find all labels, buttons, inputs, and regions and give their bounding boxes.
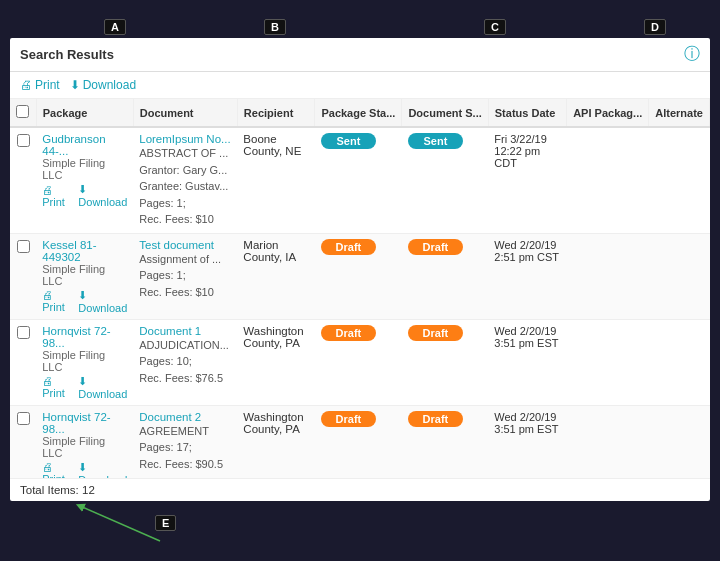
package-cell: Hornqvist 72-98... Simple Filing LLC 🖨 P… [36, 405, 133, 478]
status-date-value: Wed 2/20/193:51 pm EST [494, 411, 558, 435]
document-detail: AGREEMENTPages: 17;Rec. Fees: $90.5 [139, 423, 231, 473]
table-row: Hornqvist 72-98... Simple Filing LLC 🖨 P… [10, 405, 710, 478]
document-link[interactable]: LoremIpsum No... [139, 133, 230, 145]
package-link[interactable]: Kessel 81-449302 [42, 239, 127, 263]
download-icon: ⬇ [70, 78, 80, 92]
package-sub: Simple Filing LLC [42, 435, 105, 459]
pkg-status-badge: Draft [321, 239, 376, 255]
api-package-cell [567, 233, 649, 319]
row-checkbox-cell [10, 233, 36, 319]
doc-status-cell: Sent [402, 127, 488, 233]
package-link[interactable]: Gudbranson 44-... [42, 133, 127, 157]
annotation-e: E [155, 515, 176, 531]
col-status-date-header: Status Date [488, 99, 566, 127]
document-cell: LoremIpsum No... ABSTRACT OF ...Grantor:… [133, 127, 237, 233]
toolbar: 🖨 Print ⬇ Download [10, 72, 710, 99]
table-row: Gudbranson 44-... Simple Filing LLC 🖨 Pr… [10, 127, 710, 233]
alternate-cell [649, 233, 710, 319]
download-row-button[interactable]: ⬇ Download [78, 289, 127, 314]
doc-status-cell: Draft [402, 233, 488, 319]
download-row-button[interactable]: ⬇ Download [78, 461, 127, 479]
alternate-cell [649, 127, 710, 233]
col-recipient-header: Recipient [237, 99, 315, 127]
doc-status-cell: Draft [402, 319, 488, 405]
print-row-button[interactable]: 🖨 Print [42, 183, 70, 208]
api-package-cell [567, 319, 649, 405]
pkg-status-cell: Draft [315, 319, 402, 405]
col-package-header: Package [36, 99, 133, 127]
api-package-cell [567, 127, 649, 233]
download-button[interactable]: ⬇ Download [70, 78, 136, 92]
results-table-container: Package Document Recipient Package Sta..… [10, 99, 710, 478]
print-label: Print [35, 78, 60, 92]
package-sub: Simple Filing LLC [42, 349, 105, 373]
recipient-cell: Boone County, NE [237, 127, 315, 233]
package-sub: Simple Filing LLC [42, 157, 105, 181]
annotation-c: C [484, 19, 506, 35]
pkg-status-badge: Draft [321, 411, 376, 427]
print-button[interactable]: 🖨 Print [20, 78, 60, 92]
package-sub: Simple Filing LLC [42, 263, 105, 287]
panel-footer: Total Items: 12 [10, 478, 710, 501]
col-doc-status-header: Document S... [402, 99, 488, 127]
total-items: Total Items: 12 [20, 484, 95, 496]
row-checkbox[interactable] [17, 240, 30, 253]
package-cell: Kessel 81-449302 Simple Filing LLC 🖨 Pri… [36, 233, 133, 319]
package-link[interactable]: Hornqvist 72-98... [42, 325, 127, 349]
package-link[interactable]: Hornqvist 72-98... [42, 411, 127, 435]
doc-status-badge: Draft [408, 411, 463, 427]
row-checkbox[interactable] [17, 326, 30, 339]
table-row: Kessel 81-449302 Simple Filing LLC 🖨 Pri… [10, 233, 710, 319]
print-row-button[interactable]: 🖨 Print [42, 461, 70, 479]
recipient-value: Boone County, NE [243, 133, 301, 157]
print-row-button[interactable]: 🖨 Print [42, 375, 70, 400]
print-row-button[interactable]: 🖨 Print [42, 289, 70, 314]
col-document-header: Document [133, 99, 237, 127]
row-checkbox[interactable] [17, 134, 30, 147]
svg-line-0 [80, 506, 160, 541]
doc-status-badge: Sent [408, 133, 463, 149]
recipient-cell: Washington County, PA [237, 405, 315, 478]
doc-status-badge: Draft [408, 239, 463, 255]
row-checkbox-cell [10, 405, 36, 478]
status-date-value: Wed 2/20/193:51 pm EST [494, 325, 558, 349]
panel-header: Search Results ⓘ [10, 38, 710, 72]
alternate-cell [649, 319, 710, 405]
doc-status-cell: Draft [402, 405, 488, 478]
status-date-value: Wed 2/20/192:51 pm CST [494, 239, 559, 263]
panel-close-icon[interactable]: ⓘ [684, 44, 700, 65]
annotation-d: D [644, 19, 666, 35]
status-date-cell: Fri 3/22/1912:22 pm CDT [488, 127, 566, 233]
panel-title: Search Results [20, 47, 114, 62]
col-checkbox [10, 99, 36, 127]
download-row-button[interactable]: ⬇ Download [78, 183, 127, 208]
pkg-status-badge: Sent [321, 133, 376, 149]
document-cell: Document 2 AGREEMENTPages: 17;Rec. Fees:… [133, 405, 237, 478]
select-all-checkbox[interactable] [16, 105, 29, 118]
col-alternate-header: Alternate [649, 99, 710, 127]
row-checkbox-cell [10, 319, 36, 405]
document-detail: ABSTRACT OF ...Grantor: Gary G...Grantee… [139, 145, 231, 228]
alternate-cell [649, 405, 710, 478]
recipient-cell: Washington County, PA [237, 319, 315, 405]
document-link[interactable]: Document 2 [139, 411, 201, 423]
recipient-value: Washington County, PA [243, 411, 303, 435]
document-link[interactable]: Document 1 [139, 325, 201, 337]
print-icon: 🖨 [20, 78, 32, 92]
pkg-status-cell: Draft [315, 233, 402, 319]
doc-status-badge: Draft [408, 325, 463, 341]
recipient-cell: Marion County, IA [237, 233, 315, 319]
col-api-header: API Packag... [567, 99, 649, 127]
status-date-cell: Wed 2/20/193:51 pm EST [488, 405, 566, 478]
download-row-button[interactable]: ⬇ Download [78, 375, 127, 400]
status-date-value: Fri 3/22/1912:22 pm CDT [494, 133, 547, 169]
pkg-status-badge: Draft [321, 325, 376, 341]
recipient-value: Washington County, PA [243, 325, 303, 349]
package-cell: Gudbranson 44-... Simple Filing LLC 🖨 Pr… [36, 127, 133, 233]
table-header-row: Package Document Recipient Package Sta..… [10, 99, 710, 127]
row-checkbox[interactable] [17, 412, 30, 425]
document-link[interactable]: Test document [139, 239, 214, 251]
document-cell: Test document Assignment of ...Pages: 1;… [133, 233, 237, 319]
package-cell: Hornqvist 72-98... Simple Filing LLC 🖨 P… [36, 319, 133, 405]
row-checkbox-cell [10, 127, 36, 233]
